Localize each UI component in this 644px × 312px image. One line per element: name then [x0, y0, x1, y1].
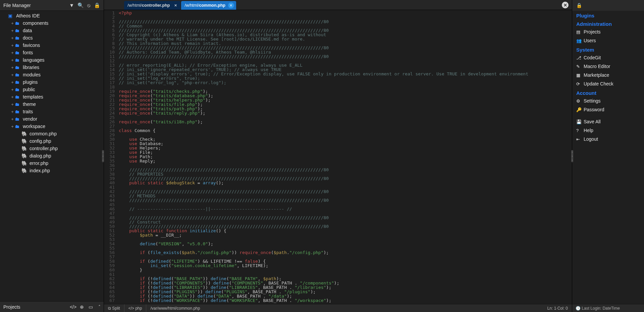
expand-icon[interactable]: +: [10, 102, 15, 107]
tree-folder-languages[interactable]: +🖿languages: [0, 56, 104, 64]
filter-icon[interactable]: ▼: [69, 2, 74, 8]
menu-item-label: Settings: [584, 98, 601, 104]
tree-folder-favicons[interactable]: +🖿favicons: [0, 42, 104, 49]
status-lang[interactable]: </> php: [124, 304, 147, 312]
php-file-icon: 🐘: [21, 138, 28, 144]
section-administration: Administration: [572, 19, 644, 27]
logout[interactable]: ⇤Logout: [572, 135, 644, 143]
account-settings-icon: ⚙: [576, 99, 584, 104]
system-macro[interactable]: ✎Macro Editor: [572, 62, 644, 71]
expand-icon[interactable]: +: [10, 50, 15, 55]
expand-icon[interactable]: +: [10, 65, 15, 70]
logout-icon: ⇤: [576, 137, 584, 142]
search-icon[interactable]: 🔍: [77, 2, 84, 8]
tree-item-label: Atheos IDE: [16, 13, 40, 18]
tab-common-php[interactable]: /w/html/common.php✕: [181, 1, 236, 10]
tree-folder-data[interactable]: +🖿data: [0, 27, 104, 34]
tab-close-icon[interactable]: ✕: [172, 2, 178, 8]
tree-file-index-php[interactable]: 🐘index.php: [0, 167, 104, 174]
tree-file-common-php[interactable]: 🐘common.php: [0, 130, 104, 137]
file-manager-title: File Manager: [3, 3, 66, 8]
tree-root[interactable]: ▣Atheos IDE: [0, 12, 104, 19]
expand-icon[interactable]: +: [10, 72, 15, 77]
tab-close-icon[interactable]: ✕: [228, 2, 234, 8]
expand-icon[interactable]: +: [10, 21, 15, 26]
expand-icon[interactable]: +: [10, 117, 15, 122]
tree-file-config-php[interactable]: 🐘config.php: [0, 137, 104, 145]
projects-title: Projects: [0, 304, 69, 310]
help[interactable]: ?Help: [572, 126, 644, 135]
tree-file-dialog-php[interactable]: 🐘dialog.php: [0, 152, 104, 160]
code-editor[interactable]: 1234567891011121314151617181920212223242…: [104, 10, 572, 304]
expand-icon[interactable]: +: [10, 58, 15, 63]
right-resize-handle[interactable]: [571, 150, 573, 162]
tree-item-label: plugins: [23, 79, 38, 85]
account-password[interactable]: 🔑Password: [572, 105, 644, 114]
expand-icon[interactable]: +: [10, 87, 15, 92]
tree-file-controller-php[interactable]: 🐘controller.php: [0, 145, 104, 152]
lock-icon[interactable]: 🔒: [576, 3, 582, 8]
status-path: /var/www/html/common.php: [146, 304, 204, 312]
menu-item-label: Macro Editor: [584, 64, 610, 69]
tree-folder-vendor[interactable]: +🖿vendor: [0, 115, 104, 123]
system-macro-icon: ✎: [576, 64, 584, 69]
plugins-heading: Plugins: [572, 11, 644, 19]
tree-folder-public[interactable]: +🖿public: [0, 86, 104, 93]
tree-folder-templates[interactable]: +🖿templates: [0, 93, 104, 101]
tree-item-label: languages: [23, 57, 45, 63]
system-codegit[interactable]: ⎇CodeGit: [572, 53, 644, 62]
tree-file-error-php[interactable]: 🐘error.php: [0, 160, 104, 167]
folder-icon: 🖿: [15, 79, 21, 85]
plus-circle-icon[interactable]: ⊕: [77, 304, 86, 310]
admin-projects[interactable]: ▤Projects: [572, 27, 644, 36]
close-all-tabs-icon[interactable]: ✕: [562, 2, 569, 8]
left-resize-handle[interactable]: [102, 150, 104, 162]
status-split[interactable]: ⧉ Split: [104, 304, 124, 312]
menu-item-label: Update Check: [584, 81, 613, 86]
clock-icon: 🕓: [576, 306, 581, 311]
tree-folder-workspace[interactable]: +🖿workspace: [0, 123, 104, 130]
expand-icon[interactable]: +: [10, 109, 15, 114]
admin-users[interactable]: 👥Users: [572, 36, 644, 45]
menu-item-label: Help: [584, 128, 593, 133]
tree-folder-theme[interactable]: +🖿theme: [0, 101, 104, 108]
system-marketplace-icon: ▦: [576, 73, 584, 78]
tree-folder-plugins[interactable]: +🖿plugins: [0, 78, 104, 86]
tree-folder-libraries[interactable]: +🖿libraries: [0, 64, 104, 71]
account-settings[interactable]: ⚙Settings: [572, 97, 644, 105]
archive-icon[interactable]: ▭: [86, 304, 95, 310]
account-password-icon: 🔑: [576, 107, 584, 112]
expand-icon[interactable]: +: [10, 124, 15, 129]
tree-item-label: components: [23, 20, 48, 26]
tree-folder-fonts[interactable]: +🖿fonts: [0, 49, 104, 56]
tree-folder-components[interactable]: +🖿components: [0, 19, 104, 27]
expand-icon[interactable]: +: [10, 95, 15, 100]
folder-icon: 🖿: [15, 109, 21, 114]
code-content[interactable]: <?php///////////////////////////////////…: [117, 10, 572, 304]
tab-controller-php[interactable]: /w/html/controller.php✕: [124, 1, 180, 10]
folder-icon: 🖿: [15, 72, 21, 77]
tree-item-label: modules: [23, 72, 41, 77]
expand-icon[interactable]: +: [10, 28, 15, 33]
file-tree[interactable]: ▣Atheos IDE+🖿components+🖿data+🖿docs+🖿fav…: [0, 11, 104, 301]
tree-folder-docs[interactable]: +🖿docs: [0, 34, 104, 42]
system-marketplace[interactable]: ▦Marketplace: [572, 71, 644, 79]
menu-item-label: Save All: [584, 119, 601, 124]
expand-icon[interactable]: +: [10, 80, 15, 85]
system-update[interactable]: ⟳Update Check: [572, 79, 644, 88]
eye-off-icon[interactable]: ⦸: [87, 2, 91, 8]
lock-icon[interactable]: 🔒: [94, 2, 100, 8]
tree-folder-traits[interactable]: +🖿traits: [0, 108, 104, 115]
save-all[interactable]: 💾Save All: [572, 117, 644, 126]
code-icon[interactable]: </>: [69, 304, 77, 310]
tree-item-label: index.php: [30, 168, 50, 173]
tree-item-label: config.php: [30, 138, 51, 144]
lang-icon: </>: [128, 306, 134, 311]
menu-item-label: Marketplace: [584, 72, 609, 78]
split-icon: ⧉: [108, 306, 111, 311]
tree-item-label: common.php: [30, 131, 57, 136]
expand-icon[interactable]: +: [10, 43, 15, 48]
expand-icon[interactable]: +: [10, 36, 15, 41]
tree-folder-modules[interactable]: +🖿modules: [0, 71, 104, 78]
chevron-up-icon[interactable]: ˄: [95, 304, 104, 310]
